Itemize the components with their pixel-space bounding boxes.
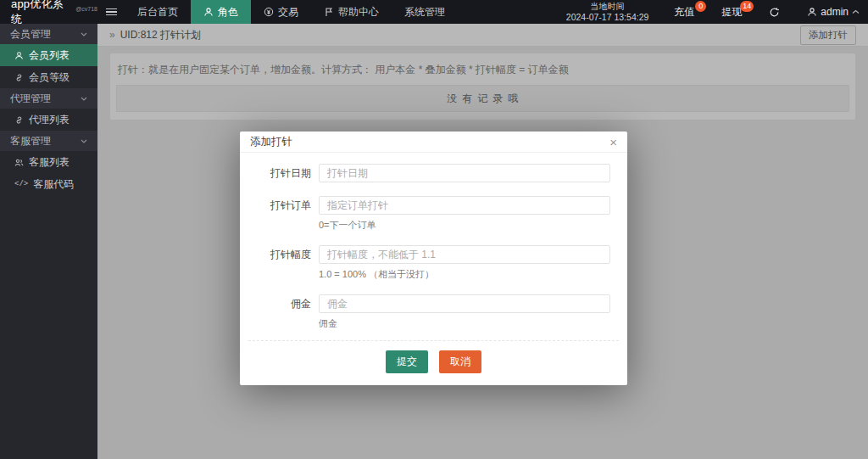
- flag-icon: [324, 7, 334, 17]
- recharge-button[interactable]: 充值 0: [660, 0, 708, 24]
- nav-item-home[interactable]: 后台首页: [125, 0, 191, 24]
- hamburger-icon[interactable]: [97, 0, 125, 24]
- nav-item-role[interactable]: 角色: [191, 0, 251, 24]
- sidebar-item-agent-list[interactable]: 代理列表: [0, 109, 97, 131]
- link-icon: [14, 115, 24, 125]
- ratio-input[interactable]: [319, 245, 610, 264]
- commission-input[interactable]: [319, 294, 610, 313]
- chevron-down-icon: [81, 97, 87, 101]
- local-time: 当地时间 2024-07-17 13:54:29: [554, 0, 661, 24]
- form-row-date: 打针日期: [262, 164, 610, 182]
- sidebar-group-agents[interactable]: 代理管理: [0, 88, 97, 109]
- username: admin: [821, 6, 849, 18]
- form-row-order: 打针订单 0=下一个订单: [262, 196, 610, 232]
- nav-item-system[interactable]: 系统管理: [392, 0, 458, 24]
- form-row-commission: 佣金 佣金: [262, 294, 610, 330]
- cancel-button[interactable]: 取消: [439, 350, 481, 373]
- ratio-label: 打针幅度: [262, 245, 311, 264]
- ratio-helper-text: 1.0 = 100% （相当于没打）: [319, 268, 610, 281]
- commission-label: 佣金: [262, 294, 311, 313]
- withdraw-badge: 14: [740, 1, 754, 12]
- chevron-down-icon: [81, 32, 87, 36]
- modal-header: 添加打针 ×: [240, 132, 627, 153]
- refresh-icon[interactable]: [755, 0, 793, 24]
- date-label: 打针日期: [262, 164, 311, 182]
- app-logo: app优化系统 @cv718: [0, 0, 97, 24]
- order-input[interactable]: [319, 196, 610, 215]
- modal-body: 打针日期 打针订单 0=下一个订单 打针幅度 1.0 = 100% （相当于没打…: [240, 153, 627, 330]
- local-time-value: 2024-07-17 13:54:29: [566, 12, 649, 22]
- user-icon: [807, 7, 817, 17]
- chevron-up-icon: [852, 9, 860, 14]
- chevron-down-icon: [81, 139, 87, 143]
- app-version-badge: @cv718: [75, 6, 97, 12]
- sidebar-item-member-level[interactable]: 会员等级: [0, 66, 97, 88]
- main-nav: 后台首页 角色 交易 帮助中心: [97, 0, 458, 24]
- coin-icon: [264, 7, 274, 17]
- order-helper-text: 0=下一个订单: [319, 219, 610, 232]
- sidebar-item-member-list[interactable]: 会员列表: [0, 44, 97, 66]
- close-icon[interactable]: ×: [609, 136, 617, 148]
- sidebar-group-support[interactable]: 客服管理: [0, 131, 97, 151]
- local-time-label: 当地时间: [591, 2, 625, 12]
- topbar: app优化系统 @cv718 后台首页 角色 交易: [0, 0, 868, 24]
- date-input[interactable]: [319, 164, 610, 182]
- nav-item-trade[interactable]: 交易: [251, 0, 311, 24]
- sidebar: 会员管理 会员列表 会员等级 代理管理 代理列表: [0, 24, 97, 459]
- modal-title: 添加打针: [250, 135, 292, 149]
- sidebar-group-members[interactable]: 会员管理: [0, 24, 97, 44]
- user-icon: [14, 51, 24, 60]
- modal-footer: 提交 取消: [248, 340, 619, 385]
- topbar-right: 当地时间 2024-07-17 13:54:29 充值 0 提现 14 admi…: [554, 0, 868, 24]
- submit-button[interactable]: 提交: [386, 350, 428, 373]
- users-icon: [14, 158, 24, 167]
- nav-item-help[interactable]: 帮助中心: [311, 0, 392, 24]
- recharge-badge: 0: [695, 1, 706, 12]
- user-menu[interactable]: admin: [793, 0, 868, 24]
- add-injection-modal: 添加打针 × 打针日期 打针订单 0=下一个订单 打针幅度 1.0 = 100%…: [240, 132, 627, 385]
- code-icon: </>: [14, 180, 28, 188]
- link-icon: [14, 73, 24, 82]
- sidebar-item-support-list[interactable]: 客服列表: [0, 151, 97, 173]
- user-icon: [203, 7, 214, 17]
- form-row-ratio: 打针幅度 1.0 = 100% （相当于没打）: [262, 245, 610, 281]
- sidebar-item-support-code[interactable]: </> 客服代码: [0, 173, 97, 195]
- commission-helper-text: 佣金: [319, 317, 610, 330]
- withdraw-button[interactable]: 提现 14: [708, 0, 755, 24]
- order-label: 打针订单: [262, 196, 311, 215]
